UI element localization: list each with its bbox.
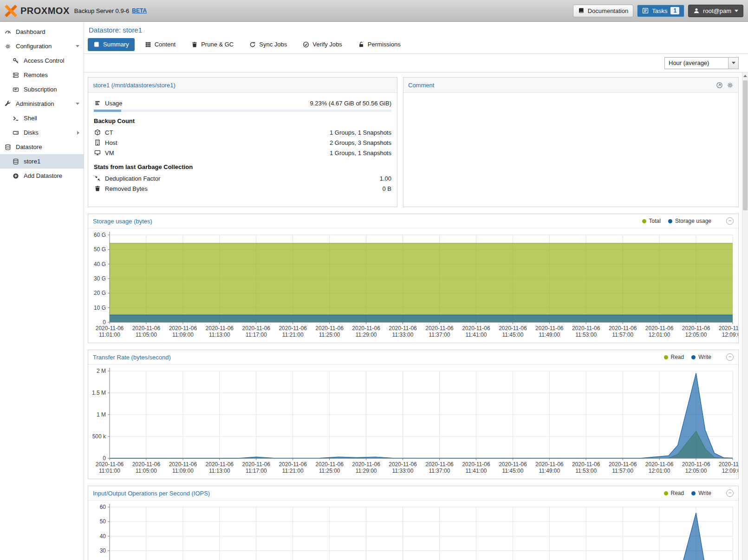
svg-text:0: 0: [103, 455, 106, 462]
collapse-panel-icon[interactable]: −: [726, 353, 734, 361]
scrollbar-thumb[interactable]: [743, 80, 748, 210]
legend-item-write[interactable]: Write: [691, 490, 711, 496]
legend-dot: [668, 219, 672, 223]
svg-text:11:29:00: 11:29:00: [356, 468, 377, 474]
tasks-button[interactable]: Tasks 1: [637, 5, 684, 17]
svg-text:10 G: 10 G: [94, 305, 106, 311]
trash-icon: [191, 41, 198, 48]
sidebar-item-access-control[interactable]: Access Control: [0, 53, 84, 68]
main-content: Datastore: store1 Summary Content Prune …: [84, 22, 748, 560]
svg-text:11:09:00: 11:09:00: [172, 468, 194, 474]
svg-text:2020-11-06: 2020-11-06: [206, 461, 234, 468]
usage-progress-fill: [94, 110, 121, 112]
svg-text:2020-11-06: 2020-11-06: [425, 325, 454, 332]
svg-text:2020-11-06: 2020-11-06: [352, 461, 380, 468]
chart-legend: Total Storage usage −: [642, 217, 734, 225]
tab-verify-jobs[interactable]: Verify Jobs: [297, 38, 348, 51]
svg-text:2020-11-06: 2020-11-06: [206, 325, 234, 332]
expand-caret-icon[interactable]: [77, 131, 79, 135]
beta-link[interactable]: BETA: [132, 7, 147, 14]
chevron-down-icon: [732, 62, 735, 64]
svg-text:11:21:00: 11:21:00: [282, 468, 304, 474]
svg-text:11:41:00: 11:41:00: [465, 332, 487, 338]
gc-row-removed: Removed Bytes 0 B: [94, 184, 391, 193]
legend-item-storage-usage[interactable]: Storage usage: [668, 218, 711, 224]
compress-icon: [94, 175, 101, 182]
sidebar-item-remotes[interactable]: Remotes: [0, 68, 84, 82]
brand-text: PROXMOX: [20, 6, 70, 16]
svg-text:11:17:00: 11:17:00: [246, 332, 267, 338]
legend-item-read[interactable]: Read: [664, 354, 684, 360]
documentation-button[interactable]: Documentation: [573, 5, 633, 17]
svg-text:2020-11-06: 2020-11-06: [315, 325, 344, 332]
svg-text:2020-11-06: 2020-11-06: [645, 325, 674, 332]
svg-text:2020-11-06: 2020-11-06: [499, 325, 527, 332]
sidebar-item-configuration[interactable]: Configuration: [0, 39, 84, 53]
gear-icon: [4, 43, 12, 50]
time-range-select[interactable]: Hour (average): [664, 57, 739, 69]
usage-icon: [94, 100, 101, 106]
legend-item-write[interactable]: Write: [691, 354, 711, 360]
sidebar-item-add-datastore[interactable]: Add Datastore: [0, 169, 84, 183]
wrench-icon: [4, 101, 12, 107]
legend-item-read[interactable]: Read: [664, 490, 684, 496]
legend-dot: [691, 355, 696, 359]
svg-text:2020-11-06: 2020-11-06: [279, 325, 307, 332]
svg-text:11:21:00: 11:21:00: [282, 332, 304, 338]
database-icon: [12, 158, 20, 165]
gear-icon[interactable]: [727, 82, 734, 89]
monitor-icon: [94, 150, 101, 156]
comment-body[interactable]: [403, 93, 738, 207]
svg-text:12:09:00: 12:09:00: [722, 332, 738, 338]
sidebar-nav: Dashboard Configuration Access Control R…: [0, 22, 84, 560]
gauge-icon: [4, 29, 12, 35]
person-icon: [693, 7, 700, 14]
usage-progress-bar: [94, 110, 391, 112]
sidebar-item-datastore[interactable]: Datastore: [0, 140, 84, 154]
tab-prune-gc[interactable]: Prune & GC: [186, 38, 239, 51]
collapse-panel-icon[interactable]: −: [726, 489, 734, 497]
user-menu-button[interactable]: root@pam: [688, 5, 743, 17]
collapse-caret-icon[interactable]: [76, 45, 79, 47]
svg-text:11:25:00: 11:25:00: [319, 468, 340, 474]
svg-text:1 M: 1 M: [97, 411, 106, 418]
sidebar-item-disks[interactable]: Disks: [0, 125, 84, 140]
svg-text:11:53:00: 11:53:00: [575, 332, 597, 338]
tab-sync-jobs[interactable]: Sync Jobs: [244, 38, 293, 51]
combo-trigger[interactable]: [728, 58, 738, 69]
svg-text:11:41:00: 11:41:00: [465, 468, 487, 474]
svg-text:2020-11-06: 2020-11-06: [132, 461, 161, 468]
sidebar-item-store1[interactable]: store1: [0, 154, 84, 169]
tasks-badge: 1: [670, 7, 679, 14]
legend-item-total[interactable]: Total: [642, 218, 661, 224]
svg-text:2020-11-06: 2020-11-06: [682, 461, 710, 468]
backup-row-vm: VM 1 Groups, 1 Snapshots: [94, 148, 391, 157]
backup-count-title: Backup Count: [94, 117, 391, 124]
svg-text:2020-11-06: 2020-11-06: [719, 325, 738, 332]
circle-arrow-icon[interactable]: [716, 82, 723, 89]
svg-text:11:57:00: 11:57:00: [612, 468, 633, 474]
svg-text:2020-11-06: 2020-11-06: [389, 325, 417, 332]
sidebar-item-shell[interactable]: Shell: [0, 111, 84, 125]
svg-text:40 G: 40 G: [94, 261, 106, 267]
storage-usage-chart: 010 G20 G30 G40 G50 G60 G2020-11-0611:01…: [88, 228, 738, 343]
tab-content[interactable]: Content: [139, 38, 182, 51]
tab-permissions[interactable]: Permissions: [352, 38, 406, 51]
svg-text:60: 60: [100, 504, 106, 510]
gc-stats-title: Stats from last Garbage Collection: [94, 163, 391, 170]
scrollbar-up-arrow[interactable]: [742, 72, 748, 79]
tab-summary[interactable]: Summary: [88, 38, 135, 51]
sidebar-item-dashboard[interactable]: Dashboard: [0, 25, 84, 39]
gc-row-dedup: Deduplication Factor 1.00: [94, 174, 391, 183]
svg-text:11:37:00: 11:37:00: [429, 332, 450, 338]
check-circle-icon: [303, 41, 309, 48]
sidebar-item-administration[interactable]: Administration: [0, 97, 84, 111]
vertical-scrollbar[interactable]: [742, 72, 748, 560]
svg-text:2020-11-06: 2020-11-06: [535, 325, 564, 332]
transfer-rate-panel: Transfer Rate (bytes/second) Read Write …: [88, 350, 739, 479]
collapse-panel-icon[interactable]: −: [726, 217, 734, 225]
iops-chart: 01020304050602020-11-0611:01:002020-11-0…: [88, 501, 738, 560]
collapse-caret-icon[interactable]: [76, 103, 79, 105]
sidebar-item-subscription[interactable]: Subscription: [0, 82, 84, 97]
summary-content: store1 (/mnt/datastores/store1) Usage 9.…: [84, 72, 748, 560]
